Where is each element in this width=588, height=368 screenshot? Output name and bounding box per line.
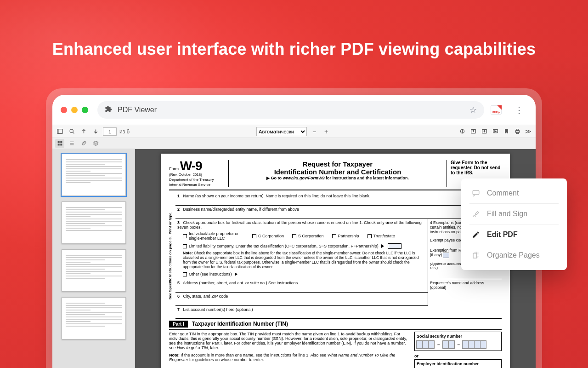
llc-note: Note: Check the appropriate box in the l… bbox=[177, 250, 426, 270]
page-thumbnail[interactable] bbox=[62, 297, 126, 339]
address-bar[interactable]: PDF Viewer ☆ bbox=[97, 101, 484, 119]
bookmark-star-icon[interactable]: ☆ bbox=[469, 105, 477, 115]
thumbnails-tab-button[interactable] bbox=[55, 139, 64, 148]
page-number-input[interactable] bbox=[103, 127, 117, 136]
form-line-5: 5 Address (number, street, and apt. or s… bbox=[175, 279, 428, 293]
address-title: PDF Viewer bbox=[118, 106, 157, 114]
checkbox-llc[interactable]: Limited liability company. Enter the tax… bbox=[183, 243, 401, 249]
organize-icon bbox=[471, 251, 481, 260]
toolbar-right-group: ≫ bbox=[458, 127, 533, 136]
minimize-window-button[interactable] bbox=[71, 107, 78, 113]
window-controls bbox=[61, 107, 88, 113]
form-line-1: 1 Name (as shown on your income tax retu… bbox=[175, 192, 502, 206]
edit-pdf-action[interactable]: Edit PDF bbox=[464, 224, 564, 245]
ssn-cell[interactable] bbox=[462, 340, 469, 349]
ssn-cell[interactable] bbox=[448, 340, 455, 349]
svg-rect-11 bbox=[516, 132, 519, 133]
pdf-page: Form W-9 (Rev. October 2018) Department … bbox=[161, 154, 510, 368]
print-button[interactable] bbox=[513, 127, 522, 136]
form-irs: Internal Revenue Service bbox=[169, 183, 210, 187]
checkbox-partnership[interactable]: Partnership bbox=[332, 231, 359, 241]
svg-rect-15 bbox=[60, 144, 62, 145]
checkbox-individual[interactable]: Individual/sole proprietor or single-mem… bbox=[183, 231, 244, 241]
tools-menu-button[interactable]: ≫ bbox=[524, 127, 533, 136]
page-thumbnail[interactable] bbox=[62, 201, 126, 244]
form-line-7: 7 List account number(s) here (optional) bbox=[175, 306, 502, 319]
attachments-tab-button[interactable] bbox=[79, 139, 88, 148]
svg-rect-12 bbox=[57, 141, 59, 143]
form-title: Request for Taxpayer bbox=[233, 160, 442, 168]
next-page-button[interactable] bbox=[91, 127, 100, 136]
checkbox-scorp[interactable]: S Corporation bbox=[292, 231, 324, 241]
svg-rect-14 bbox=[57, 144, 59, 145]
ssn-cell[interactable] bbox=[468, 340, 475, 349]
ssn-box: Social security number – – bbox=[414, 332, 502, 351]
svg-point-2 bbox=[70, 129, 73, 132]
extension-icon bbox=[105, 105, 112, 115]
svg-rect-19 bbox=[473, 190, 479, 195]
form-line-2: 2 Business name/disregarded entity name,… bbox=[175, 206, 502, 219]
open-file-button[interactable] bbox=[469, 127, 478, 136]
pdfjs-extension-icon[interactable] bbox=[491, 105, 502, 115]
action-panel: Comment Fill and Sign Edit PDF Organize … bbox=[461, 178, 567, 270]
checkbox-trust[interactable]: Trust/estate bbox=[368, 231, 395, 241]
browser-chrome: PDF Viewer ☆ ⋮ bbox=[52, 95, 536, 125]
form-label: Form bbox=[169, 167, 179, 171]
svg-rect-0 bbox=[57, 129, 62, 134]
maximize-window-button[interactable] bbox=[82, 107, 88, 113]
form-revision: (Rev. October 2018) bbox=[169, 172, 202, 177]
ssn-cell[interactable] bbox=[442, 340, 449, 349]
find-button[interactable] bbox=[67, 127, 76, 136]
ssn-cell[interactable] bbox=[428, 340, 435, 349]
requester-address: Requester's name and address (optional) bbox=[428, 279, 502, 306]
svg-line-3 bbox=[73, 132, 74, 133]
svg-rect-20 bbox=[473, 253, 477, 259]
part1-label: Part I bbox=[169, 321, 188, 328]
edit-icon bbox=[471, 230, 481, 239]
page-thumbnail[interactable] bbox=[62, 249, 126, 292]
form-number: W-9 bbox=[180, 159, 202, 173]
pdf-toolbar: из 6 Автоматически − + ≫ bbox=[52, 125, 536, 138]
page-count-label: из 6 bbox=[119, 128, 130, 135]
browser-menu-button[interactable]: ⋮ bbox=[511, 103, 527, 117]
layers-tab-button[interactable] bbox=[91, 139, 100, 148]
svg-rect-13 bbox=[60, 141, 62, 143]
pdf-sidebar-toolbar bbox=[52, 138, 536, 149]
checkbox-ccorp[interactable]: C Corporation bbox=[252, 231, 284, 241]
zoom-select[interactable]: Автоматически bbox=[256, 127, 307, 136]
ein-box: Employer identification number bbox=[414, 359, 502, 368]
fill-sign-icon bbox=[471, 209, 481, 218]
bookmark-icon[interactable] bbox=[502, 127, 511, 136]
svg-rect-10 bbox=[516, 129, 519, 131]
form-link-line: ▶ Go to www.irs.gov/FormW9 for instructi… bbox=[233, 176, 442, 180]
form-line-6: 6 City, state, and ZIP code bbox=[175, 293, 428, 306]
close-window-button[interactable] bbox=[61, 107, 67, 113]
part1-title: Taxpayer Identification Number (TIN) bbox=[192, 321, 288, 327]
fatca-code-input[interactable] bbox=[443, 253, 449, 258]
thumbnail-sidebar[interactable] bbox=[52, 149, 135, 368]
organize-pages-action[interactable]: Organize Pages bbox=[464, 245, 564, 265]
headline: Enhanced user interface with richer PDF … bbox=[0, 40, 588, 59]
download-button[interactable] bbox=[480, 127, 489, 136]
presentation-button[interactable] bbox=[491, 127, 500, 136]
comment-action[interactable]: Comment bbox=[464, 183, 564, 203]
fill-sign-action[interactable]: Fill and Sign bbox=[464, 204, 564, 224]
outline-tab-button[interactable] bbox=[67, 139, 76, 148]
side-instructions: See Specific Instructions on page 3. Pri… bbox=[168, 192, 172, 319]
checkbox-other[interactable]: Other (see instructions) bbox=[183, 272, 237, 276]
or-label: or bbox=[414, 354, 502, 358]
form-line-3: 3 Check appropriate box for federal tax … bbox=[175, 219, 428, 279]
ssn-cell[interactable] bbox=[474, 340, 481, 349]
zoom-in-button[interactable]: + bbox=[322, 127, 331, 136]
ssn-cell[interactable] bbox=[480, 340, 486, 349]
zoom-out-button[interactable]: − bbox=[310, 127, 319, 136]
ssn-cell[interactable] bbox=[416, 340, 423, 349]
ssn-cell[interactable] bbox=[422, 340, 429, 349]
tin-paragraph: Enter your TIN in the appropriate box. T… bbox=[169, 332, 410, 368]
form-subtitle: Identification Number and Certification bbox=[233, 168, 442, 176]
form-dept: Department of the Treasury bbox=[169, 178, 214, 182]
sidebar-toggle-button[interactable] bbox=[55, 127, 64, 136]
page-thumbnail[interactable] bbox=[62, 154, 126, 196]
text-select-tool-button[interactable] bbox=[458, 127, 467, 136]
prev-page-button[interactable] bbox=[79, 127, 88, 136]
